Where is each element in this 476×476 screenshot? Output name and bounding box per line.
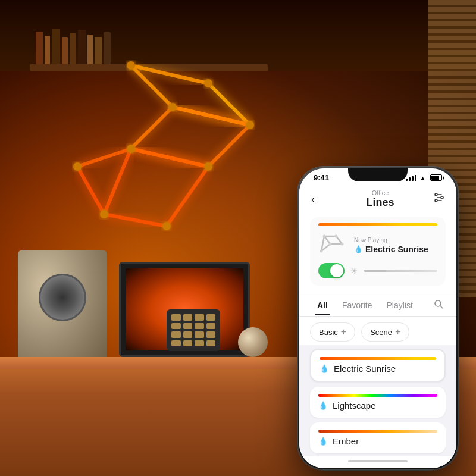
svg-point-17 [168,103,177,111]
svg-point-19 [204,162,212,171]
scene-gradient-lightscape [318,394,437,397]
tab-favorite[interactable]: Favorite [335,296,380,315]
svg-point-36 [335,235,338,238]
signal-bar-4 [415,175,416,181]
status-time: 9:41 [314,173,329,182]
svg-point-20 [73,162,82,171]
orb-device [238,327,268,357]
svg-point-15 [204,79,212,87]
status-icons: ▲ [406,174,442,181]
svg-point-28 [435,199,437,202]
svg-point-37 [341,243,344,246]
svg-line-7 [131,107,173,149]
now-playing-section: Now Playing 💧 Electric Sunrise [299,211,456,292]
svg-point-21 [100,210,108,218]
scene-card-inner-3: 💧 Ember [318,430,437,446]
svg-line-13 [104,214,167,226]
device-icon-area [318,233,348,257]
home-bar[interactable] [348,460,408,462]
tab-all[interactable]: All [310,296,335,315]
svg-point-22 [162,222,171,230]
tabs-bar: All Favorite Playlist [299,292,456,317]
scene-card-inner-1: 💧 Electric Sunrise [320,357,436,374]
scene-name-2: Lightscape [333,400,376,411]
now-playing-color-strip [318,223,437,226]
scene-gradient-electric-sunrise [320,357,436,360]
wifi-icon: ▲ [419,174,426,181]
scene-name-row-3: 💧 Ember [318,436,437,446]
phone: 9:41 ▲ ‹ [298,167,458,470]
svg-line-10 [77,167,104,214]
scene-name-1: Electric Sunrise [334,364,396,374]
notch [348,168,408,181]
search-icon[interactable] [431,295,446,316]
home-indicator [299,456,456,468]
svg-point-26 [435,193,437,196]
toggle-row: ☀ [318,262,437,280]
basic-filter-button[interactable]: Basic + [310,322,355,342]
speaker-cone [39,274,86,321]
svg-point-27 [441,196,443,199]
phone-inner: 9:41 ▲ ‹ [299,168,456,468]
signal-bar-2 [409,177,411,181]
droplet-icon-3: 💧 [318,437,328,446]
phone-outer: 9:41 ▲ ‹ [298,167,458,470]
brightness-track [364,270,386,272]
svg-line-9 [104,149,131,214]
svg-line-0 [131,65,208,83]
speaker [18,250,107,369]
now-playing-card[interactable]: Now Playing 💧 Electric Sunrise [310,217,446,286]
svg-line-4 [173,107,250,125]
scene-card-inner-2: 💧 Lightscape [318,394,437,411]
svg-point-14 [127,61,135,70]
scene-name-row-2: 💧 Lightscape [318,400,437,411]
settings-button[interactable] [433,192,444,206]
droplet-icon: 💧 [354,245,363,253]
now-playing-row: Now Playing 💧 Electric Sunrise [318,233,437,257]
svg-point-39 [320,250,323,253]
scene-card-lightscape[interactable]: 💧 Lightscape [310,387,446,418]
brightness-slider[interactable] [364,270,437,272]
toggle-knob [330,264,343,277]
signal-bars [406,175,416,181]
droplet-icon-1: 💧 [320,364,329,373]
svg-point-35 [323,235,326,238]
svg-line-5 [208,125,250,167]
scene-name-3: Ember [333,436,359,446]
scene-name-row-1: 💧 Electric Sunrise [320,364,436,374]
tab-playlist[interactable]: Playlist [379,296,419,315]
battery-icon [430,174,442,181]
nav-bar: ‹ Office Lines [299,184,456,211]
svg-line-12 [167,167,208,226]
filter-row: Basic + Scene + [299,317,456,345]
now-playing-info: Now Playing 💧 Electric Sunrise [354,237,437,254]
scene-gradient-ember [318,430,437,433]
back-button[interactable]: ‹ [311,192,328,206]
nav-title: Lines [366,196,394,209]
droplet-icon-2: 💧 [318,401,328,410]
power-toggle[interactable] [318,263,345,278]
now-playing-scene-name: 💧 Electric Sunrise [354,245,437,254]
svg-point-38 [329,243,332,246]
brightness-icon: ☀ [350,266,358,275]
scene-card-ember[interactable]: 💧 Ember [310,422,446,453]
battery-fill [431,176,439,180]
svg-point-18 [127,145,135,153]
scene-list: 💧 Electric Sunrise 💧 Lightscape [299,345,456,456]
now-playing-label: Now Playing [354,237,437,243]
app-content: ‹ Office Lines [299,184,456,468]
scene-filter-button[interactable]: Scene + [361,322,409,342]
signal-bar-1 [406,178,408,181]
signal-bar-3 [412,176,414,181]
svg-point-16 [246,121,254,129]
scene-card-electric-sunrise[interactable]: 💧 Electric Sunrise [310,349,446,382]
svg-line-41 [440,306,443,308]
nav-subtitle: Office [366,189,394,196]
svg-line-11 [131,149,208,167]
nav-title-group: Office Lines [366,189,394,209]
stream-deck [167,309,220,351]
